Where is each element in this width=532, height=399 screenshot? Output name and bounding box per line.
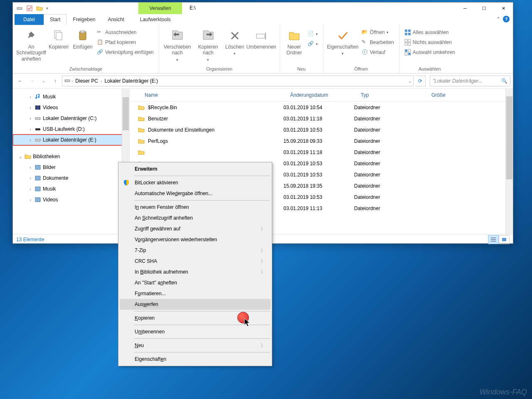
- forward-button[interactable]: →: [27, 76, 37, 86]
- tree-libraries[interactable]: ⌄ Bibliotheken: [13, 151, 129, 162]
- menu-item-automatische-wiedergabe-ffnen[interactable]: Automatische Wiedergabe öffnen...: [120, 188, 271, 199]
- rename-button[interactable]: Umbenennen: [246, 27, 276, 50]
- properties-qat-icon[interactable]: [26, 5, 33, 12]
- tab-ansicht[interactable]: Ansicht: [101, 14, 130, 25]
- tree-lib-dokumente[interactable]: ›Dokumente: [13, 173, 129, 184]
- svg-rect-16: [405, 49, 407, 52]
- history-button[interactable]: 🕘Verlauf: [360, 48, 396, 56]
- file-row[interactable]: 03.01.2019 11:18Dateiordner: [130, 147, 513, 158]
- menu-separator: [134, 200, 270, 201]
- expand-icon[interactable]: ›: [28, 176, 33, 181]
- menu-item-in-neuem-fenster-ffnen[interactable]: In neuem Fenster öffnen: [120, 202, 271, 213]
- copy-button[interactable]: Kopieren: [47, 27, 70, 50]
- easy-access-button[interactable]: 🔗▾: [306, 40, 320, 48]
- close-button[interactable]: ✕: [494, 2, 513, 14]
- tab-drivetools[interactable]: Laufwerktools: [134, 14, 177, 25]
- crumb-sep-icon[interactable]: ›: [101, 79, 102, 83]
- collapse-ribbon-icon[interactable]: ⌃: [496, 16, 500, 22]
- details-view-button[interactable]: [488, 235, 499, 244]
- select-none-button[interactable]: Nichts auswählen: [403, 38, 457, 47]
- menu-item-zugriff-gew-hren-auf[interactable]: Zugriff gewähren auf〉: [120, 223, 271, 234]
- col-type-header[interactable]: Typ: [361, 92, 431, 98]
- menu-item-neu[interactable]: Neu〉: [120, 340, 271, 351]
- menu-item-crc-sha[interactable]: CRC SHA〉: [120, 256, 271, 267]
- library-icon: [34, 164, 41, 171]
- maximize-button[interactable]: ☐: [475, 2, 494, 14]
- expand-icon[interactable]: ›: [28, 187, 33, 191]
- tree-lib-videos[interactable]: ›Videos: [13, 194, 129, 205]
- breadcrumb-pc[interactable]: Dieser PC: [74, 77, 100, 85]
- minimize-button[interactable]: ─: [456, 2, 475, 14]
- new-item-button[interactable]: 📄▾: [306, 30, 320, 38]
- paste-shortcut-button[interactable]: 🔗Verknüpfung einfügen: [95, 48, 155, 56]
- expand-icon[interactable]: ›: [28, 127, 33, 132]
- col-name-header[interactable]: Name: [130, 92, 290, 98]
- expand-icon[interactable]: ›: [28, 116, 33, 121]
- expand-icon[interactable]: ›: [28, 105, 33, 110]
- menu-item-formatieren[interactable]: Formatieren...: [120, 288, 271, 299]
- address-bar[interactable]: › Dieser PC › Lokaler Datenträger (E:) ⌄: [62, 76, 414, 86]
- tree-item-musik[interactable]: ›Musik: [13, 91, 129, 102]
- copy-path-button[interactable]: 📋Pfad kopieren: [95, 38, 155, 47]
- tree-item-usb-laufwerk-d-[interactable]: ›USB-Laufwerk (D:): [13, 124, 129, 135]
- expand-icon[interactable]: ›: [28, 95, 33, 99]
- content-scrollbar[interactable]: [505, 89, 513, 234]
- search-input[interactable]: "Lokaler Datenträger... 🔍: [430, 76, 510, 86]
- tab-freigeben[interactable]: Freigeben: [66, 14, 101, 25]
- properties-button[interactable]: Eigenschaften▾: [327, 27, 359, 56]
- select-all-button[interactable]: Alles auswählen: [403, 28, 457, 37]
- file-row[interactable]: PerfLogs15.09.2018 09:33Dateiordner: [130, 135, 513, 147]
- nav-scroll-thumb[interactable]: [123, 97, 129, 130]
- icons-view-button[interactable]: [499, 235, 510, 244]
- paste-button[interactable]: Einfügen: [71, 27, 94, 50]
- move-to-button[interactable]: Verschieben nach▾: [163, 27, 192, 62]
- tab-file[interactable]: Datei: [15, 14, 44, 25]
- expand-icon[interactable]: ›: [28, 198, 33, 202]
- library-icon: [34, 196, 41, 203]
- svg-rect-30: [35, 198, 40, 202]
- qat-dropdown-icon[interactable]: ▾: [46, 6, 48, 10]
- col-size-header[interactable]: Größe: [431, 92, 513, 98]
- collapse-icon[interactable]: ⌄: [18, 154, 23, 159]
- up-button[interactable]: ↑: [50, 76, 60, 86]
- menu-item-eigenschaften[interactable]: Eigenschaften: [120, 354, 271, 365]
- menu-item-bitlocker-aktivieren[interactable]: BitLocker aktivieren: [120, 177, 271, 188]
- tree-lib-bilder[interactable]: ›Bilder: [13, 162, 129, 173]
- content-scroll-thumb[interactable]: [506, 96, 512, 179]
- invert-selection-button[interactable]: Auswahl umkehren: [403, 48, 457, 56]
- menu-item-zip[interactable]: 7-Zip〉: [120, 245, 271, 256]
- tree-item-lokaler-datentr-ger-e-[interactable]: ›Lokaler Datenträger (E:): [13, 135, 129, 145]
- pin-to-quick-access-button[interactable]: An Schnellzugriff anheften: [16, 27, 46, 62]
- menu-item-in-bibliothek-aufnehmen[interactable]: In Bibliothek aufnehmen〉: [120, 267, 271, 277]
- refresh-button[interactable]: ⟳: [415, 76, 426, 86]
- expand-icon[interactable]: ›: [28, 165, 33, 170]
- menu-item-an-schnellzugriff-anheften[interactable]: An Schnellzugriff anheften: [120, 213, 271, 223]
- copy-to-button[interactable]: Kopieren nach▾: [193, 27, 223, 62]
- folder-qat-icon[interactable]: [36, 5, 43, 12]
- file-row[interactable]: $Recycle.Bin03.01.2019 10:54Dateiordner: [130, 102, 513, 113]
- cut-button[interactable]: ✂Ausschneiden: [95, 28, 155, 37]
- menu-item-label: 7-Zip: [135, 247, 146, 253]
- tree-lib-musik[interactable]: ›Musik: [13, 184, 129, 194]
- menu-item-an-start-anheften[interactable]: An "Start" anheften: [120, 277, 271, 288]
- crumb-sep-icon[interactable]: ›: [71, 79, 73, 83]
- breadcrumb-drive[interactable]: Lokaler Datenträger (E:): [103, 77, 160, 85]
- back-button[interactable]: ←: [15, 76, 25, 86]
- menu-item-erweitern[interactable]: Erweitern: [120, 164, 271, 174]
- tree-item-videos[interactable]: ›Videos: [13, 102, 129, 113]
- expand-icon[interactable]: ›: [28, 138, 33, 142]
- menu-item-auswerfen[interactable]: Auswerfen: [120, 299, 271, 310]
- file-row[interactable]: Dokumente und Einstellungen03.01.2019 10…: [130, 124, 513, 135]
- col-date-header[interactable]: Änderungsdatum: [290, 92, 361, 98]
- tab-start[interactable]: Start: [44, 14, 66, 25]
- help-icon[interactable]: ?: [503, 16, 510, 22]
- delete-button[interactable]: Löschen▾: [224, 27, 246, 56]
- open-button[interactable]: 📂Öffnen▾: [360, 28, 396, 37]
- recent-locations-button[interactable]: ⌄: [39, 76, 49, 86]
- edit-button[interactable]: ✎Bearbeiten: [360, 38, 396, 47]
- address-dropdown-icon[interactable]: ⌄: [408, 79, 411, 83]
- tree-item-lokaler-datentr-ger-c-[interactable]: ›Lokaler Datenträger (C:): [13, 113, 129, 124]
- file-row[interactable]: Benutzer03.01.2019 11:18Dateiordner: [130, 113, 513, 124]
- menu-item-vorg-ngerversionen-wiederherstellen[interactable]: Vorgängerversionen wiederherstellen: [120, 234, 271, 245]
- new-folder-button[interactable]: Neuer Ordner: [283, 27, 305, 56]
